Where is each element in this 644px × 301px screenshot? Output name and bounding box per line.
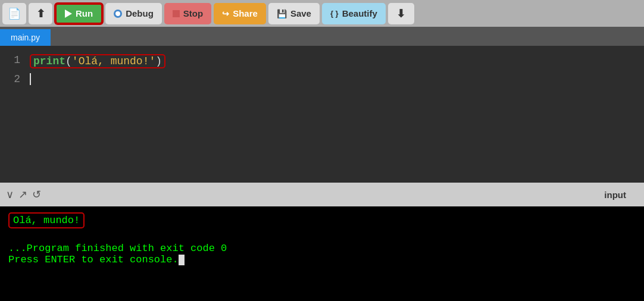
download-icon: ⬇ [396,7,405,20]
code-editor[interactable]: 1 print('Olá, mundo!') 2 [0,46,644,183]
main-py-tab[interactable]: main.py [0,29,51,46]
stop-label: Stop [183,8,203,18]
code-line-1: 1 print('Olá, mundo!') [0,52,644,71]
open-paren: ( [65,55,72,67]
play-icon [65,10,72,18]
stop-icon [173,10,180,17]
collapse-icon[interactable]: ∨ [6,188,14,201]
beautify-icon: { } [330,9,339,18]
close-paren: ) [155,55,162,67]
run-label: Run [76,8,93,18]
save-label: Save [290,8,311,18]
beautify-label: Beautify [342,8,377,18]
console-output-highlighted: Olá, mundo! [8,212,636,233]
upload-icon: ⬆ [36,7,45,20]
output-header: ∨ ↗ ↺ input [0,183,644,206]
string-literal: 'Olá, mundo!' [72,55,155,67]
line-content-2 [30,73,644,85]
debug-button[interactable]: Debug [105,3,162,24]
toolbar: 📄 ⬆ Run Debug Stop ↪ Share 💾 Save { } Be… [0,0,644,27]
file-tabs: main.py [0,27,644,46]
new-file-button[interactable]: 📄 [2,3,26,24]
download-button[interactable]: ⬇ [388,3,414,24]
new-file-icon: 📄 [8,7,21,20]
text-cursor [30,73,31,85]
beautify-button[interactable]: { } Beautify [322,3,386,24]
code-line-2: 2 [0,71,644,87]
debug-label: Debug [126,8,154,18]
share-button[interactable]: ↪ Share [214,3,266,24]
debug-icon [114,10,122,18]
stop-button[interactable]: Stop [164,3,211,24]
line-content-1: print('Olá, mundo!') [30,54,644,68]
upload-button[interactable]: ⬆ [29,3,52,24]
console-cursor [179,255,185,265]
press-enter-text: Press ENTER to exit console. [8,254,179,265]
run-button[interactable]: Run [55,3,103,24]
save-icon: 💾 [277,9,287,18]
line-number-2: 2 [0,73,30,85]
console-output: Olá, mundo! ...Program finished with exi… [0,206,644,301]
output-text: Olá, mundo! [8,212,85,228]
file-tab-label: main.py [11,33,40,42]
console-press-line: Press ENTER to exit console. [8,254,636,265]
code-highlighted: print('Olá, mundo!') [30,54,165,68]
input-label: input [604,190,638,200]
console-finished-line: ...Program finished with exit code 0 [8,243,636,254]
save-button[interactable]: 💾 Save [268,3,320,24]
line-number-1: 1 [0,54,30,66]
refresh-icon[interactable]: ↺ [32,188,41,201]
expand-icon[interactable]: ↗ [18,188,27,201]
share-icon: ↪ [222,9,229,18]
share-label: Share [233,8,258,18]
print-keyword: print [33,55,65,67]
